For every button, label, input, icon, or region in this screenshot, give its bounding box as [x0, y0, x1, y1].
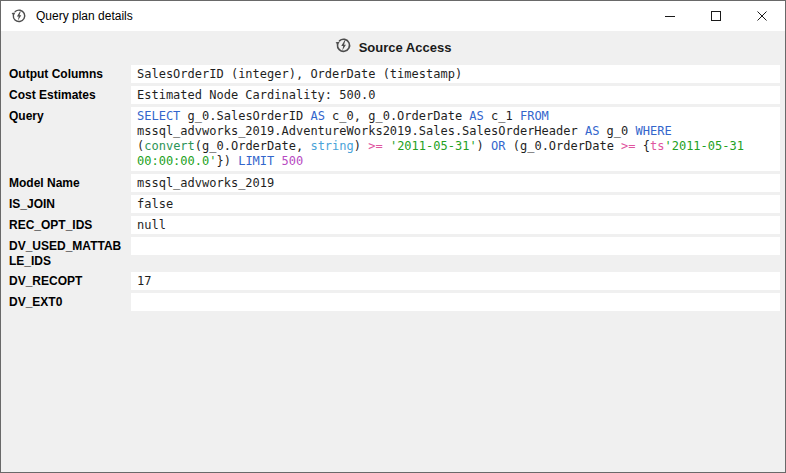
maximize-icon	[710, 10, 722, 22]
row-label: Query	[9, 107, 131, 124]
row-value-field[interactable]	[131, 293, 780, 311]
window-title: Query plan details	[36, 9, 133, 23]
source-access-icon	[335, 37, 352, 58]
plan-row-cost-estimates: Cost EstimatesEstimated Node Cardinality…	[9, 86, 780, 104]
row-value-field[interactable]	[131, 237, 780, 255]
plan-row-rec-opt-ids: REC_OPT_IDSnull	[9, 216, 780, 234]
minimize-button[interactable]	[647, 1, 693, 31]
row-value-field[interactable]: false	[131, 195, 780, 213]
plan-row-model-name: Model Namemssql_advworks_2019	[9, 174, 780, 192]
query-plan-details-window: Query plan details Source Access Output …	[0, 0, 786, 473]
row-label: DV_EXT0	[9, 293, 131, 310]
row-value-field[interactable]: SELECT g_0.SalesOrderID AS c_0, g_0.Orde…	[131, 107, 780, 171]
close-icon	[756, 10, 768, 22]
source-access-header: Source Access	[1, 31, 785, 63]
close-button[interactable]	[739, 1, 785, 31]
header-title: Source Access	[359, 40, 452, 55]
row-value-field[interactable]: 17	[131, 272, 780, 290]
row-label: IS_JOIN	[9, 195, 131, 212]
row-value-field[interactable]: Estimated Node Cardinality: 500.0	[131, 86, 780, 104]
minimize-icon	[664, 10, 676, 22]
plan-row-dv-used-mattable-ids: DV_USED_MATTABLE_IDS	[9, 237, 780, 269]
plan-row-output-columns: Output ColumnsSalesOrderID (integer), Or…	[9, 65, 780, 83]
maximize-button[interactable]	[693, 1, 739, 31]
query-plan-icon	[11, 8, 27, 24]
window-controls	[647, 1, 785, 31]
plan-properties-table: Output ColumnsSalesOrderID (integer), Or…	[1, 63, 785, 311]
row-value-field[interactable]: mssql_advworks_2019	[131, 174, 780, 192]
plan-row-dv-recopt: DV_RECOPT17	[9, 272, 780, 290]
row-value-field[interactable]: SalesOrderID (integer), OrderDate (times…	[131, 65, 780, 83]
row-label: DV_USED_MATTABLE_IDS	[9, 237, 131, 269]
row-label: Model Name	[9, 174, 131, 191]
row-label: Output Columns	[9, 65, 131, 82]
titlebar[interactable]: Query plan details	[1, 1, 785, 31]
row-label: DV_RECOPT	[9, 272, 131, 289]
plan-row-is-join: IS_JOINfalse	[9, 195, 780, 213]
row-value-field[interactable]: null	[131, 216, 780, 234]
row-label: REC_OPT_IDS	[9, 216, 131, 233]
plan-row-query: QuerySELECT g_0.SalesOrderID AS c_0, g_0…	[9, 107, 780, 171]
row-label: Cost Estimates	[9, 86, 131, 103]
plan-row-dv-ext0: DV_EXT0	[9, 293, 780, 311]
